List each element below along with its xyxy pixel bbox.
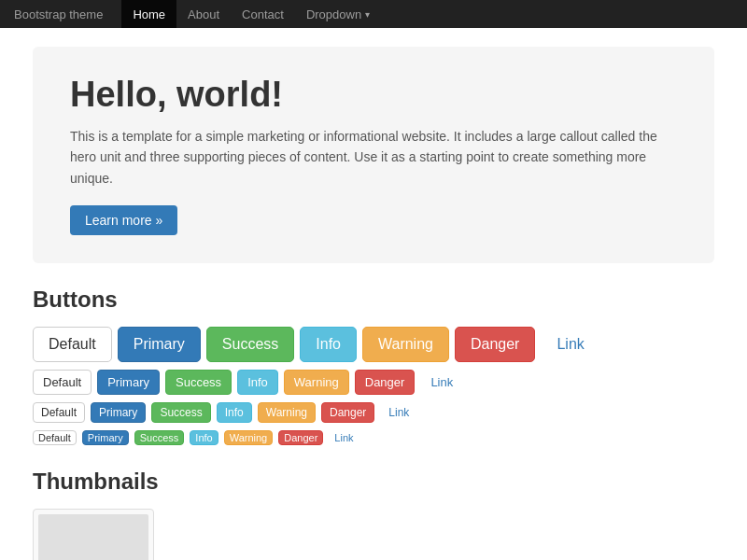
btn-warning-sm[interactable]: Warning [258, 402, 316, 423]
hero-description: This is a template for a simple marketin… [70, 126, 677, 189]
learn-more-button[interactable]: Learn more » [70, 205, 177, 235]
main-container: Hello, world! This is a template for a s… [19, 28, 728, 560]
thumbnail-placeholder: 200x200 [38, 514, 148, 560]
btn-success-lg[interactable]: Success [206, 327, 294, 362]
nav-item-dropdown[interactable]: Dropdown ▾ [295, 0, 381, 28]
thumbnails-title: Thumbnails [33, 469, 714, 495]
btn-primary-md[interactable]: Primary [97, 370, 160, 395]
thumbnail-item[interactable]: 200x200 [33, 509, 154, 560]
btn-success-md[interactable]: Success [165, 370, 232, 395]
btn-link-lg[interactable]: Link [541, 327, 599, 362]
btn-info-xs[interactable]: Info [190, 430, 218, 445]
dropdown-arrow-icon: ▾ [365, 9, 370, 20]
nav-item-contact[interactable]: Contact [231, 0, 295, 28]
btn-danger-md[interactable]: Danger [355, 370, 416, 395]
btn-primary-xs[interactable]: Primary [82, 430, 129, 445]
button-row-sm: Default Primary Success Info Warning Dan… [33, 402, 714, 423]
btn-info-lg[interactable]: Info [300, 327, 357, 362]
btn-link-sm[interactable]: Link [380, 402, 417, 423]
btn-link-xs[interactable]: Link [329, 430, 359, 445]
buttons-section: Buttons Default Primary Success Info War… [33, 287, 714, 445]
hero-unit: Hello, world! This is a template for a s… [33, 47, 714, 263]
nav-item-about[interactable]: About [176, 0, 231, 28]
btn-link-md[interactable]: Link [420, 370, 463, 395]
button-row-md: Default Primary Success Info Warning Dan… [33, 370, 714, 395]
btn-primary-sm[interactable]: Primary [91, 402, 146, 423]
btn-default-xs[interactable]: Default [33, 430, 77, 445]
button-row-lg: Default Primary Success Info Warning Dan… [33, 327, 714, 362]
btn-danger-sm[interactable]: Danger [321, 402, 374, 423]
navbar: Bootstrap theme Home About Contact Dropd… [0, 0, 747, 28]
hero-heading: Hello, world! [70, 75, 677, 115]
btn-danger-lg[interactable]: Danger [455, 327, 535, 362]
navbar-brand[interactable]: Bootstrap theme [14, 7, 103, 21]
btn-info-sm[interactable]: Info [217, 402, 252, 423]
btn-primary-lg[interactable]: Primary [118, 327, 201, 362]
btn-warning-xs[interactable]: Warning [224, 430, 274, 445]
btn-success-sm[interactable]: Success [151, 402, 210, 423]
nav-item-home[interactable]: Home [121, 0, 176, 28]
thumbnails-section: Thumbnails 200x200 [33, 469, 714, 560]
btn-danger-xs[interactable]: Danger [278, 430, 323, 445]
btn-default-lg[interactable]: Default [33, 327, 112, 362]
btn-warning-lg[interactable]: Warning [362, 327, 449, 362]
btn-warning-md[interactable]: Warning [284, 370, 349, 395]
btn-info-md[interactable]: Info [237, 370, 278, 395]
button-row-xs: Default Primary Success Info Warning Dan… [33, 430, 714, 445]
btn-success-xs[interactable]: Success [134, 430, 185, 445]
btn-default-sm[interactable]: Default [33, 402, 85, 423]
buttons-title: Buttons [33, 287, 714, 313]
btn-default-md[interactable]: Default [33, 370, 92, 395]
nav-items: Home About Contact Dropdown ▾ [121, 0, 381, 28]
